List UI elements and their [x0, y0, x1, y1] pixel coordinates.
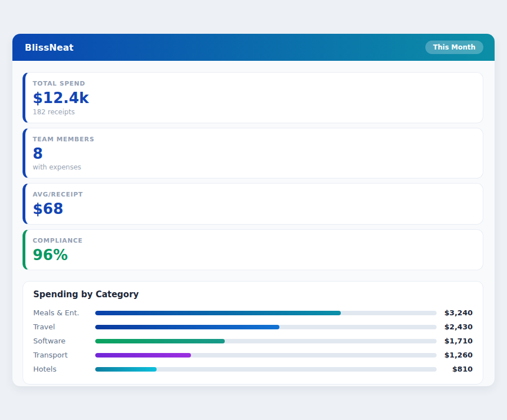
- bar-fill-meals-ent: [95, 311, 341, 315]
- stat-label-total-spend: TOTAL SPEND: [33, 80, 474, 87]
- stat-value-total-spend: $12.4k: [33, 90, 474, 106]
- category-row-hotels: Hotels$810: [33, 362, 473, 376]
- spending-by-category-card: Spending by Category Meals & Ent.$3,240T…: [23, 281, 483, 385]
- chart-title: Spending by Category: [33, 289, 473, 300]
- stat-card-compliance: COMPLIANCE96%: [23, 229, 483, 271]
- app-header: BlissNeat This Month: [12, 34, 495, 61]
- bar-fill-travel: [95, 325, 279, 329]
- category-label-meals-ent: Meals & Ent.: [33, 309, 95, 317]
- category-amount-meals-ent: $3,240: [437, 309, 473, 317]
- category-amount-hotels: $810: [437, 365, 473, 373]
- bar-fill-hotels: [95, 367, 157, 372]
- chart-rows: Meals & Ent.$3,240Travel$2,430Software$1…: [33, 306, 473, 376]
- stat-value-compliance: 96%: [33, 247, 474, 263]
- category-row-software: Software$1,710: [33, 334, 473, 348]
- period-badge[interactable]: This Month: [425, 41, 483, 54]
- stat-label-avg-receipt: AVG/RECEIPT: [33, 191, 474, 198]
- bar-track-meals-ent: [95, 311, 437, 315]
- category-amount-software: $1,710: [437, 337, 473, 345]
- category-label-hotels: Hotels: [33, 365, 95, 373]
- dashboard-content: TOTAL SPEND$12.4k182 receiptsTEAM MEMBER…: [12, 61, 495, 385]
- stat-value-avg-receipt: $68: [33, 201, 474, 217]
- category-label-software: Software: [33, 337, 95, 345]
- bar-fill-software: [95, 339, 225, 343]
- bar-track-hotels: [95, 367, 437, 372]
- expense-dashboard-card: BlissNeat This Month TOTAL SPEND$12.4k18…: [12, 34, 495, 386]
- category-row-transport: Transport$1,260: [33, 348, 473, 362]
- stat-sub-team-members: with expenses: [33, 163, 474, 171]
- category-amount-travel: $2,430: [437, 323, 473, 331]
- category-row-travel: Travel$2,430: [33, 320, 473, 334]
- stat-card-avg-receipt: AVG/RECEIPT$68: [23, 183, 483, 225]
- stat-card-team-members: TEAM MEMBERS8with expenses: [23, 128, 483, 179]
- category-row-meals-ent: Meals & Ent.$3,240: [33, 306, 473, 320]
- category-label-transport: Transport: [33, 351, 95, 359]
- category-label-travel: Travel: [33, 323, 95, 331]
- stat-value-team-members: 8: [33, 146, 474, 162]
- bar-fill-transport: [95, 353, 191, 358]
- stats-list: TOTAL SPEND$12.4k182 receiptsTEAM MEMBER…: [23, 72, 483, 270]
- category-amount-transport: $1,260: [437, 351, 473, 359]
- stat-label-compliance: COMPLIANCE: [33, 237, 474, 244]
- stat-card-total-spend: TOTAL SPEND$12.4k182 receipts: [23, 72, 483, 123]
- stat-label-team-members: TEAM MEMBERS: [33, 136, 474, 143]
- bar-track-transport: [95, 353, 437, 358]
- bar-track-software: [95, 339, 437, 343]
- app-title: BlissNeat: [25, 42, 74, 53]
- bar-track-travel: [95, 325, 437, 329]
- stat-sub-total-spend: 182 receipts: [33, 108, 474, 116]
